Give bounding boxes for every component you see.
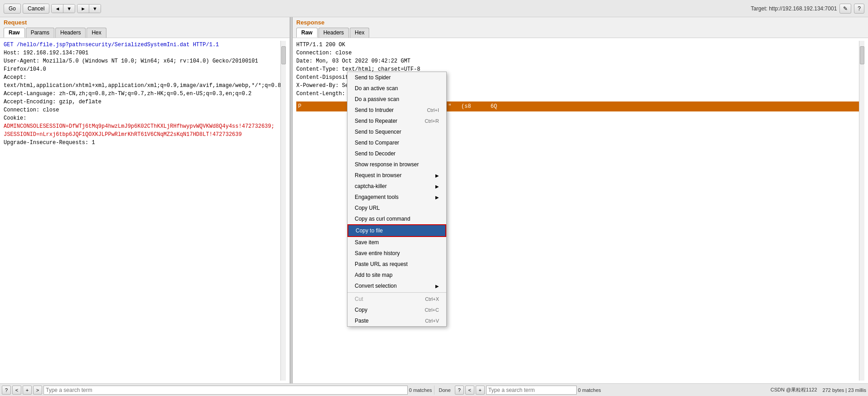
back-dropdown-button[interactable]: ▼: [63, 5, 75, 13]
request-url-line: GET /hello/file.jsp?path=security/Serial…: [4, 42, 219, 48]
search-input-right[interactable]: [486, 386, 577, 395]
ctx-paste[interactable]: PasteCtrl+V: [347, 315, 446, 326]
cancel-button[interactable]: Cancel: [23, 4, 49, 14]
ctx-paste-url[interactable]: Paste URL as request: [347, 259, 446, 270]
ctx-send-to-comparer[interactable]: Send to Comparer: [347, 137, 446, 148]
ctx-send-to-sequencer[interactable]: Send to Sequencer: [347, 126, 446, 137]
ctx-copy-to-file[interactable]: Copy to file: [347, 224, 446, 237]
forward-nav-group: ► ▼: [77, 4, 101, 13]
ctx-copy-url[interactable]: Copy URL: [347, 203, 446, 213]
go-button[interactable]: Go: [4, 4, 21, 14]
ctx-active-scan[interactable]: Do an active scan: [347, 83, 446, 94]
edit-target-button[interactable]: ✎: [839, 4, 851, 14]
matches-label-left: 0 matches: [409, 387, 432, 393]
ctx-send-to-intruder-label: Send to Intruder: [355, 107, 394, 113]
bottom-prev-button-right[interactable]: <: [465, 386, 474, 395]
bottom-help-button-left[interactable]: ?: [2, 386, 11, 395]
top-toolbar: Go Cancel ◄ ▼ ► ▼ Target: http://192.168…: [0, 0, 868, 17]
request-text: GET /hello/file.jsp?path=security/Serial…: [4, 41, 280, 147]
bottom-next-button-right[interactable]: +: [476, 386, 485, 395]
ctx-separator: [347, 292, 446, 293]
request-title: Request: [4, 19, 286, 26]
ctx-copy-label: Copy: [355, 307, 367, 313]
bottom-left: ? < + > 0 matches: [0, 386, 434, 395]
response-tab-bar: Raw Headers Hex: [296, 28, 864, 38]
ctx-paste-shortcut: Ctrl+V: [425, 318, 439, 324]
ctx-cut-label: Cut: [355, 296, 363, 302]
response-scrollbar[interactable]: [859, 41, 864, 381]
context-menu: Send to Spider Do an active scan Do a pa…: [347, 72, 447, 327]
ctx-request-browser-label: Request in browser: [355, 172, 401, 179]
forward-dropdown-button[interactable]: ▼: [89, 5, 101, 13]
bottom-next-button-left[interactable]: +: [23, 386, 32, 395]
response-title: Response: [296, 19, 864, 26]
ctx-captcha-killer-label: captcha-killer: [355, 183, 387, 189]
status-right-label: 272 bytes | 23 millis: [823, 387, 866, 393]
tab-response-hex[interactable]: Hex: [350, 28, 369, 38]
tab-response-headers[interactable]: Headers: [318, 28, 349, 38]
ctx-cut[interactable]: CutCtrl+X: [347, 294, 446, 304]
bottom-prev-button-left[interactable]: <: [12, 386, 21, 395]
response-scroll-thumb: [860, 46, 864, 64]
ctx-captcha-killer[interactable]: captcha-killer▶: [347, 181, 446, 192]
ctx-convert-selection-arrow: ▶: [435, 284, 439, 289]
bottom-help-button-right[interactable]: ?: [455, 386, 464, 395]
ctx-save-entire-history-label: Save entire history: [355, 250, 400, 256]
matches-label-right: 0 matches: [578, 387, 601, 393]
ctx-passive-scan[interactable]: Do a passive scan: [347, 94, 446, 105]
tab-request-hex[interactable]: Hex: [87, 28, 106, 38]
request-content[interactable]: GET /hello/file.jsp?path=security/Serial…: [0, 38, 289, 383]
back-button[interactable]: ◄: [52, 5, 63, 13]
csdn-label: CSDN @果粒程1122: [771, 386, 817, 393]
ctx-request-browser-arrow: ▶: [435, 173, 439, 178]
tab-request-raw[interactable]: Raw: [4, 28, 25, 38]
ctx-request-browser[interactable]: Request in browser▶: [347, 170, 446, 181]
ctx-send-to-repeater[interactable]: Send to RepeaterCtrl+R: [347, 116, 446, 126]
search-input-left[interactable]: [43, 386, 408, 395]
request-panel: Request Raw Params Headers Hex GET /hell…: [0, 17, 290, 383]
ctx-copy-url-label: Copy URL: [355, 205, 380, 211]
ctx-convert-selection-label: Convert selection: [355, 283, 397, 289]
ctx-copy-to-file-label: Copy to file: [356, 227, 383, 234]
ctx-active-scan-label: Do an active scan: [355, 85, 398, 92]
ctx-show-response-browser-label: Show response in browser: [355, 161, 419, 168]
ctx-add-to-sitemap[interactable]: Add to site map: [347, 270, 446, 280]
ctx-copy[interactable]: CopyCtrl+C: [347, 304, 446, 315]
ctx-save-entire-history[interactable]: Save entire history: [347, 248, 446, 259]
ctx-show-response-browser[interactable]: Show response in browser: [347, 159, 446, 170]
ctx-send-to-intruder[interactable]: Send to IntruderCtrl+I: [347, 105, 446, 116]
ctx-engagement-tools-label: Engagement tools: [355, 194, 399, 200]
status-label-left: Done: [436, 387, 453, 393]
ctx-save-item[interactable]: Save item: [347, 237, 446, 248]
bottom-next2-button-left[interactable]: >: [33, 386, 42, 395]
ctx-cut-shortcut: Ctrl+X: [425, 296, 439, 302]
toolbar-right: Target: http://192.168.192.134:7001 ✎ ?: [751, 4, 864, 14]
tab-request-params[interactable]: Params: [26, 28, 54, 38]
tab-response-raw[interactable]: Raw: [296, 28, 318, 38]
back-nav-group: ◄ ▼: [51, 4, 75, 13]
ctx-add-to-sitemap-label: Add to site map: [355, 272, 392, 278]
ctx-save-item-label: Save item: [355, 239, 379, 246]
forward-button[interactable]: ►: [77, 5, 89, 13]
ctx-intruder-shortcut: Ctrl+I: [427, 107, 439, 113]
tab-request-headers[interactable]: Headers: [55, 28, 86, 38]
bottom-right-section: Done ? < + 0 matches CSDN @果粒程1122 272 b…: [434, 386, 868, 395]
ctx-engagement-tools[interactable]: Engagement tools▶: [347, 192, 446, 203]
ctx-copy-shortcut: Ctrl+C: [425, 307, 439, 313]
ctx-captcha-killer-arrow: ▶: [435, 184, 439, 189]
help-button[interactable]: ?: [854, 4, 864, 14]
ctx-copy-curl[interactable]: Copy as curl command: [347, 213, 446, 224]
request-scrollbar[interactable]: [280, 41, 286, 381]
ctx-send-to-decoder[interactable]: Send to Decoder: [347, 148, 446, 159]
response-panel-header: Response Raw Headers Hex: [293, 17, 868, 38]
ctx-passive-scan-label: Do a passive scan: [355, 96, 399, 102]
request-tab-bar: Raw Params Headers Hex: [4, 28, 286, 38]
main-area: Request Raw Params Headers Hex GET /hell…: [0, 17, 868, 383]
ctx-paste-url-label: Paste URL as request: [355, 261, 408, 267]
ctx-send-to-spider[interactable]: Send to Spider: [347, 72, 446, 83]
ctx-convert-selection[interactable]: Convert selection▶: [347, 280, 446, 291]
ctx-send-to-comparer-label: Send to Comparer: [355, 140, 399, 146]
response-panel: Response Raw Headers Hex HTTP/1.1 200 OK…: [293, 17, 868, 383]
ctx-repeater-shortcut: Ctrl+R: [425, 118, 439, 124]
ctx-paste-label: Paste: [355, 318, 369, 324]
